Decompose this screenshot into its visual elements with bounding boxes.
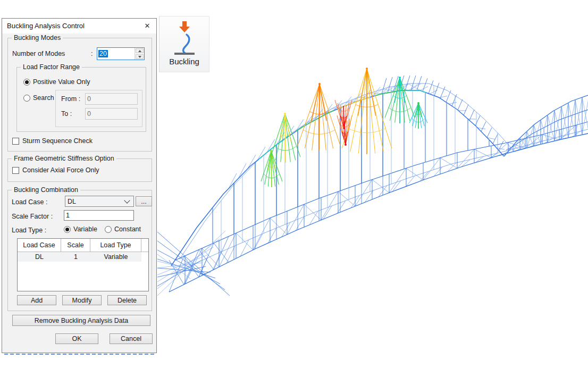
radio-circle-icon bbox=[23, 79, 30, 86]
load-type-constant-radio[interactable]: Constant bbox=[105, 225, 141, 233]
number-of-modes-value[interactable]: 20 bbox=[98, 50, 108, 57]
from-label: From : bbox=[61, 95, 80, 103]
buckling-modes-group-label: Buckling Modes bbox=[12, 34, 63, 41]
frame-geometric-group: Frame Geometric Stiffness Option Conside… bbox=[7, 158, 152, 182]
search-label: Search bbox=[33, 94, 54, 102]
scale-factor-input[interactable]: 1 bbox=[64, 210, 134, 221]
variable-label: Variable bbox=[73, 225, 97, 233]
constant-label: Constant bbox=[114, 225, 141, 233]
ok-button[interactable]: OK bbox=[55, 333, 98, 344]
table-header-row: Load Case Scale Load Type bbox=[18, 239, 148, 252]
col-scale: Scale bbox=[61, 239, 90, 252]
to-label: To : bbox=[61, 110, 72, 118]
load-case-label: Load Case : bbox=[12, 198, 47, 206]
buckling-analysis-control-dialog: Buckling Analysis Control ✕ Buckling Mod… bbox=[2, 18, 157, 353]
radio-circle-icon bbox=[64, 226, 71, 233]
consider-axial-force-label: Consider Axial Force Only bbox=[22, 166, 99, 174]
number-of-modes-colon: : bbox=[91, 50, 93, 57]
modify-button[interactable]: Modify bbox=[62, 295, 102, 305]
checkbox-icon bbox=[12, 167, 19, 174]
search-range-box: From : 0 To : 0 bbox=[55, 90, 142, 127]
cell-scale: 1 bbox=[61, 252, 90, 262]
buckling-combination-group: Buckling Combination Load Case : DL ... … bbox=[7, 190, 152, 311]
col-load-case: Load Case bbox=[18, 239, 61, 252]
from-value: 0 bbox=[87, 95, 91, 103]
spin-up-button[interactable] bbox=[136, 48, 144, 53]
load-type-label: Load Type : bbox=[12, 227, 46, 234]
load-factor-range-group-label: Load Factor Range bbox=[21, 63, 82, 71]
radio-circle-icon bbox=[23, 95, 30, 102]
positive-value-only-radio[interactable]: Positive Value Only bbox=[23, 78, 90, 86]
scale-factor-value: 1 bbox=[66, 212, 70, 219]
remove-buckling-data-button[interactable]: Remove Buckling Analysis Data bbox=[12, 315, 150, 326]
consider-axial-force-checkbox[interactable]: Consider Axial Force Only bbox=[12, 166, 99, 174]
buckling-modes-group: Buckling Modes Number of Modes : 20 Load… bbox=[7, 38, 152, 152]
load-case-select[interactable]: DL bbox=[65, 196, 134, 207]
cell-load-case: DL bbox=[18, 252, 61, 262]
buckling-ribbon-button[interactable]: Buckling bbox=[159, 16, 209, 72]
dialog-title: Buckling Analysis Control bbox=[7, 22, 85, 30]
application-window: Buckling Buckling Analysis Control ✕ Buc… bbox=[0, 0, 588, 368]
load-case-browse-button[interactable]: ... bbox=[136, 196, 152, 206]
load-factor-range-group: Load Factor Range Positive Value Only Se… bbox=[16, 67, 146, 132]
load-case-value: DL bbox=[65, 198, 125, 205]
buckling-icon bbox=[172, 21, 197, 56]
scale-factor-label: Scale Factor : bbox=[12, 213, 53, 220]
col-load-type: Load Type bbox=[90, 239, 141, 252]
cell-load-type: Variable bbox=[90, 252, 141, 262]
chevron-down-icon bbox=[124, 197, 130, 203]
cell-spacer bbox=[141, 252, 148, 262]
positive-value-only-label: Positive Value Only bbox=[33, 78, 90, 86]
to-input[interactable]: 0 bbox=[85, 108, 138, 120]
add-button[interactable]: Add bbox=[17, 295, 56, 305]
number-of-modes-label: Number of Modes bbox=[12, 50, 65, 57]
radio-circle-icon bbox=[105, 226, 112, 233]
load-combination-table[interactable]: Load Case Scale Load Type DL 1 Variable bbox=[17, 238, 149, 291]
to-value: 0 bbox=[87, 110, 91, 118]
buckling-button-label: Buckling bbox=[169, 57, 199, 66]
number-of-modes-stepper[interactable]: 20 bbox=[97, 47, 145, 60]
col-spacer bbox=[141, 239, 148, 252]
delete-button[interactable]: Delete bbox=[107, 295, 147, 305]
frame-geometric-group-label: Frame Geometric Stiffness Option bbox=[12, 155, 116, 162]
cancel-button[interactable]: Cancel bbox=[110, 333, 153, 344]
checkbox-icon bbox=[12, 138, 19, 145]
load-type-variable-radio[interactable]: Variable bbox=[64, 225, 97, 233]
from-input[interactable]: 0 bbox=[85, 93, 138, 105]
sturm-sequence-checkbox[interactable]: Sturm Sequence Check bbox=[12, 137, 93, 145]
table-row[interactable]: DL 1 Variable bbox=[18, 252, 148, 262]
buckling-combination-group-label: Buckling Combination bbox=[12, 186, 80, 194]
dialog-title-bar[interactable]: Buckling Analysis Control bbox=[2, 19, 156, 34]
close-icon[interactable]: ✕ bbox=[138, 19, 156, 33]
spin-down-button[interactable] bbox=[136, 54, 144, 59]
search-radio[interactable]: Search bbox=[23, 94, 54, 102]
sturm-sequence-label: Sturm Sequence Check bbox=[22, 137, 93, 145]
